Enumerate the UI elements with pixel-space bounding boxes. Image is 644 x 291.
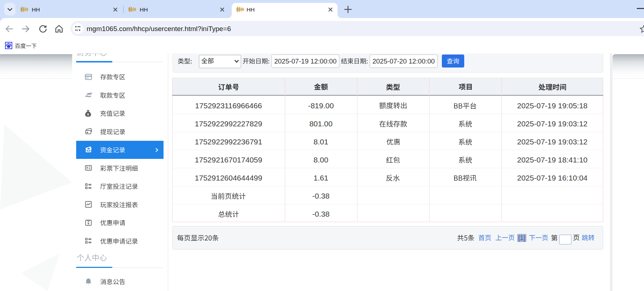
svg-text:¥: ¥ xyxy=(87,112,89,116)
svg-text:¥: ¥ xyxy=(87,221,90,225)
